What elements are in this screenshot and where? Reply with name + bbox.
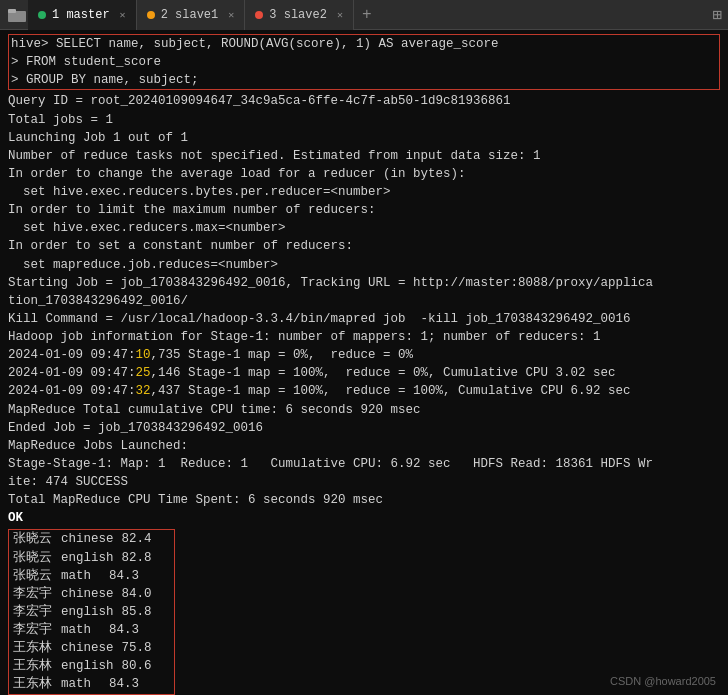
table-row: 张晓云 chinese 82.4	[9, 530, 174, 548]
output-startjob: Starting Job = job_1703843296492_0016, T…	[8, 274, 720, 292]
title-bar-right: ⊞	[712, 5, 722, 25]
title-bar-left	[6, 4, 28, 26]
output-kill: Kill Command = /usr/local/hadoop-3.3.4/b…	[8, 310, 720, 328]
tab-label-master: 1 master	[52, 8, 110, 22]
cell-name: 王东林	[13, 639, 61, 657]
output-write-success: ite: 474 SUCCESS	[8, 473, 720, 491]
grid-icon[interactable]: ⊞	[712, 5, 722, 25]
cell-subject: english	[61, 603, 122, 621]
cell-name: 张晓云	[13, 567, 61, 585]
add-tab-button[interactable]: +	[354, 0, 380, 30]
output-constant: In order to set a constant number of red…	[8, 237, 720, 255]
output-constant-set: set mapreduce.job.reduces=<number>	[8, 256, 720, 274]
output-avgload-set: set hive.exec.reducers.bytes.per.reducer…	[8, 183, 720, 201]
result-table: 张晓云 chinese 82.4 张晓云 english 82.8 张晓云 ma…	[8, 529, 175, 694]
output-reducetasks: Number of reduce tasks not specified. Es…	[8, 147, 720, 165]
cell-score: 82.8	[122, 549, 170, 567]
output-limit: In order to limit the maximum number of …	[8, 201, 720, 219]
cell-subject: english	[61, 549, 122, 567]
output-totaljobs: Total jobs = 1	[8, 111, 720, 129]
output-launching: Launching Job 1 out of 1	[8, 129, 720, 147]
cell-score: 80.6	[122, 657, 170, 675]
tab-label-slave1: 2 slave1	[161, 8, 219, 22]
terminal: hive> SELECT name, subject, ROUND(AVG(sc…	[0, 30, 728, 695]
cell-score: 84.3	[109, 675, 157, 693]
output-ok: OK	[8, 509, 720, 527]
cell-name: 张晓云	[13, 530, 61, 548]
tab-master[interactable]: 1 master ✕	[28, 0, 137, 30]
cell-score: 75.8	[122, 639, 170, 657]
output-appid: tion_1703843296492_0016/	[8, 292, 720, 310]
tab-dot-slave1	[147, 11, 155, 19]
cell-name: 李宏宇	[13, 603, 61, 621]
tab-slave1[interactable]: 2 slave1 ✕	[137, 0, 246, 30]
output-map0: 2024-01-09 09:47:10,735 Stage-1 map = 0%…	[8, 346, 720, 364]
title-bar: 1 master ✕ 2 slave1 ✕ 3 slave2 ✕ + ⊞	[0, 0, 728, 30]
cell-subject: chinese	[61, 585, 122, 603]
query-line-2: > FROM student_score	[9, 53, 719, 71]
tab-slave2[interactable]: 3 slave2 ✕	[245, 0, 354, 30]
output-queryid: Query ID = root_20240109094647_34c9a5ca-…	[8, 92, 720, 110]
output-stage-success: Stage-Stage-1: Map: 1 Reduce: 1 Cumulati…	[8, 455, 720, 473]
cell-score: 84.3	[109, 621, 157, 639]
output-cpu-spent: Total MapReduce CPU Time Spent: 6 second…	[8, 491, 720, 509]
table-row: 张晓云 english 82.8	[9, 549, 174, 567]
tab-dot-master	[38, 11, 46, 19]
folder-icon[interactable]	[6, 4, 28, 26]
watermark: CSDN @howard2005	[610, 675, 716, 687]
output-endedjob: Ended Job = job_1703843296492_0016	[8, 419, 720, 437]
cell-subject: math	[61, 675, 109, 693]
table-row: 王东林 chinese 75.8	[9, 639, 174, 657]
table-row: 李宏宇 math 84.3	[9, 621, 174, 639]
tabs-area: 1 master ✕ 2 slave1 ✕ 3 slave2 ✕ +	[28, 0, 712, 30]
output-mr-launched: MapReduce Jobs Launched:	[8, 437, 720, 455]
tab-close-slave1[interactable]: ✕	[228, 9, 234, 21]
output-reduce100: 2024-01-09 09:47:32,437 Stage-1 map = 10…	[8, 382, 720, 400]
query-block: hive> SELECT name, subject, ROUND(AVG(sc…	[8, 34, 720, 90]
query-line-3: > GROUP BY name, subject;	[9, 71, 719, 89]
cell-name: 王东林	[13, 675, 61, 693]
cell-subject: math	[61, 621, 109, 639]
output-cpu-total: MapReduce Total cumulative CPU time: 6 s…	[8, 401, 720, 419]
output-avgload: In order to change the average load for …	[8, 165, 720, 183]
cell-subject: english	[61, 657, 122, 675]
cell-subject: math	[61, 567, 109, 585]
cell-subject: chinese	[61, 530, 122, 548]
cell-score: 84.0	[122, 585, 170, 603]
table-row: 王东林 english 80.6	[9, 657, 174, 675]
output-hadoop-info: Hadoop job information for Stage-1: numb…	[8, 328, 720, 346]
cell-score: 84.3	[109, 567, 157, 585]
svg-rect-1	[8, 9, 16, 13]
cell-name: 张晓云	[13, 549, 61, 567]
cell-score: 82.4	[122, 530, 170, 548]
tab-close-slave2[interactable]: ✕	[337, 9, 343, 21]
cell-name: 李宏宇	[13, 621, 61, 639]
cell-subject: chinese	[61, 639, 122, 657]
tab-dot-slave2	[255, 11, 263, 19]
table-row: 张晓云 math 84.3	[9, 567, 174, 585]
query-line-1: hive> SELECT name, subject, ROUND(AVG(sc…	[9, 35, 719, 53]
table-row: 李宏宇 english 85.8	[9, 603, 174, 621]
table-row: 李宏宇 chinese 84.0	[9, 585, 174, 603]
tab-label-slave2: 3 slave2	[269, 8, 327, 22]
output-map100: 2024-01-09 09:47:25,146 Stage-1 map = 10…	[8, 364, 720, 382]
cell-name: 李宏宇	[13, 585, 61, 603]
tab-close-master[interactable]: ✕	[120, 9, 126, 21]
cell-name: 王东林	[13, 657, 61, 675]
output-limit-set: set hive.exec.reducers.max=<number>	[8, 219, 720, 237]
cell-score: 85.8	[122, 603, 170, 621]
table-row: 王东林 math 84.3	[9, 675, 174, 693]
